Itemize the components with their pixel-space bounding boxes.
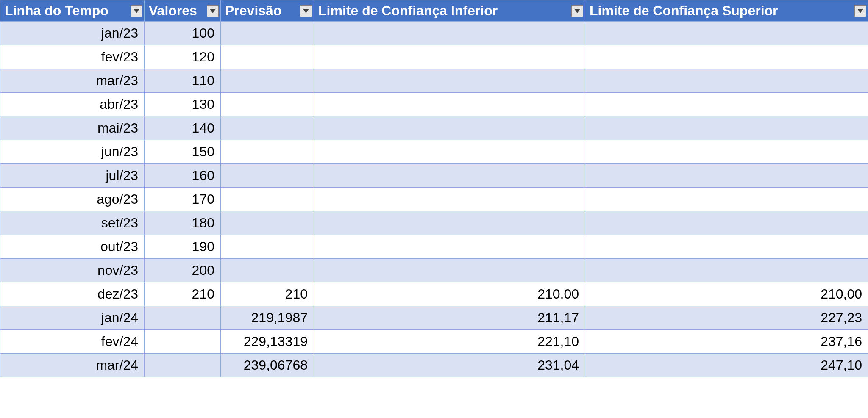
cell-timeline[interactable]: abr/23	[0, 93, 145, 116]
cell-forecast[interactable]: 229,13319	[221, 330, 314, 354]
cell-forecast[interactable]	[221, 211, 314, 235]
table-row: abr/23130	[0, 93, 868, 116]
cell-lower[interactable]: 211,17	[314, 306, 585, 330]
cell-upper[interactable]: 247,10	[585, 354, 868, 377]
cell-lower[interactable]	[314, 140, 585, 164]
cell-values[interactable]	[145, 306, 221, 330]
cell-values[interactable]: 180	[145, 211, 221, 235]
cell-values[interactable]: 140	[145, 116, 221, 140]
cell-values[interactable]: 110	[145, 69, 221, 93]
cell-lower[interactable]	[314, 22, 585, 45]
col-header-lower[interactable]: Limite de Confiança Inferior	[314, 0, 585, 22]
cell-values[interactable]	[145, 330, 221, 354]
table-header-row: Linha do Tempo Valores Previsão Limite d…	[0, 0, 868, 22]
forecast-table: Linha do Tempo Valores Previsão Limite d…	[0, 0, 868, 377]
cell-forecast[interactable]	[221, 140, 314, 164]
cell-values[interactable]: 200	[145, 259, 221, 282]
table-row: jul/23160	[0, 164, 868, 188]
cell-values[interactable]: 190	[145, 235, 221, 259]
table-row: mar/23110	[0, 69, 868, 93]
svg-marker-2	[303, 9, 309, 13]
cell-timeline[interactable]: set/23	[0, 211, 145, 235]
cell-upper[interactable]: 237,16	[585, 330, 868, 354]
col-header-label: Limite de Confiança Superior	[590, 3, 778, 18]
cell-forecast[interactable]: 219,1987	[221, 306, 314, 330]
cell-upper[interactable]	[585, 93, 868, 116]
col-header-timeline[interactable]: Linha do Tempo	[0, 0, 145, 22]
cell-forecast[interactable]: 239,06768	[221, 354, 314, 377]
cell-values[interactable]: 160	[145, 164, 221, 188]
svg-marker-1	[210, 9, 216, 13]
cell-forecast[interactable]	[221, 22, 314, 45]
filter-button[interactable]	[131, 5, 142, 17]
cell-upper[interactable]	[585, 116, 868, 140]
cell-upper[interactable]	[585, 22, 868, 45]
cell-timeline[interactable]: mar/24	[0, 354, 145, 377]
cell-values[interactable]: 210	[145, 282, 221, 306]
cell-forecast[interactable]	[221, 116, 314, 140]
cell-timeline[interactable]: jan/23	[0, 22, 145, 45]
cell-timeline[interactable]: fev/24	[0, 330, 145, 354]
cell-lower[interactable]	[314, 93, 585, 116]
chevron-down-icon	[303, 9, 309, 13]
filter-button[interactable]	[207, 5, 219, 17]
cell-upper[interactable]	[585, 45, 868, 69]
cell-timeline[interactable]: mar/23	[0, 69, 145, 93]
cell-forecast[interactable]	[221, 69, 314, 93]
filter-button[interactable]	[854, 5, 866, 17]
cell-timeline[interactable]: ago/23	[0, 188, 145, 211]
cell-lower[interactable]	[314, 235, 585, 259]
cell-timeline[interactable]: mai/23	[0, 116, 145, 140]
cell-timeline[interactable]: jul/23	[0, 164, 145, 188]
table-row: fev/24229,13319221,10237,16	[0, 330, 868, 354]
cell-timeline[interactable]: dez/23	[0, 282, 145, 306]
cell-lower[interactable]	[314, 45, 585, 69]
col-header-values[interactable]: Valores	[145, 0, 221, 22]
cell-upper[interactable]	[585, 211, 868, 235]
cell-upper[interactable]	[585, 164, 868, 188]
cell-lower[interactable]	[314, 116, 585, 140]
chevron-down-icon	[210, 9, 216, 13]
cell-lower[interactable]: 210,00	[314, 282, 585, 306]
cell-forecast[interactable]	[221, 45, 314, 69]
col-header-label: Previsão	[225, 3, 281, 18]
cell-forecast[interactable]	[221, 164, 314, 188]
filter-button[interactable]	[571, 5, 583, 17]
cell-lower[interactable]: 231,04	[314, 354, 585, 377]
col-header-upper[interactable]: Limite de Confiança Superior	[585, 0, 868, 22]
cell-upper[interactable]	[585, 235, 868, 259]
cell-forecast[interactable]	[221, 93, 314, 116]
cell-lower[interactable]	[314, 259, 585, 282]
cell-timeline[interactable]: out/23	[0, 235, 145, 259]
cell-upper[interactable]: 210,00	[585, 282, 868, 306]
cell-values[interactable]	[145, 354, 221, 377]
cell-forecast[interactable]	[221, 259, 314, 282]
cell-forecast[interactable]: 210	[221, 282, 314, 306]
cell-lower[interactable]: 221,10	[314, 330, 585, 354]
cell-values[interactable]: 130	[145, 93, 221, 116]
cell-timeline[interactable]: jan/24	[0, 306, 145, 330]
chevron-down-icon	[857, 9, 863, 13]
cell-values[interactable]: 170	[145, 188, 221, 211]
cell-forecast[interactable]	[221, 235, 314, 259]
svg-marker-0	[134, 9, 139, 13]
cell-values[interactable]: 120	[145, 45, 221, 69]
cell-lower[interactable]	[314, 69, 585, 93]
cell-upper[interactable]	[585, 69, 868, 93]
cell-forecast[interactable]	[221, 188, 314, 211]
cell-upper[interactable]: 227,23	[585, 306, 868, 330]
cell-timeline[interactable]: fev/23	[0, 45, 145, 69]
cell-upper[interactable]	[585, 259, 868, 282]
cell-values[interactable]: 100	[145, 22, 221, 45]
col-header-label: Limite de Confiança Inferior	[318, 3, 498, 18]
cell-lower[interactable]	[314, 188, 585, 211]
cell-timeline[interactable]: nov/23	[0, 259, 145, 282]
cell-lower[interactable]	[314, 164, 585, 188]
cell-upper[interactable]	[585, 140, 868, 164]
filter-button[interactable]	[300, 5, 312, 17]
col-header-forecast[interactable]: Previsão	[221, 0, 314, 22]
cell-upper[interactable]	[585, 188, 868, 211]
cell-lower[interactable]	[314, 211, 585, 235]
cell-timeline[interactable]: jun/23	[0, 140, 145, 164]
cell-values[interactable]: 150	[145, 140, 221, 164]
